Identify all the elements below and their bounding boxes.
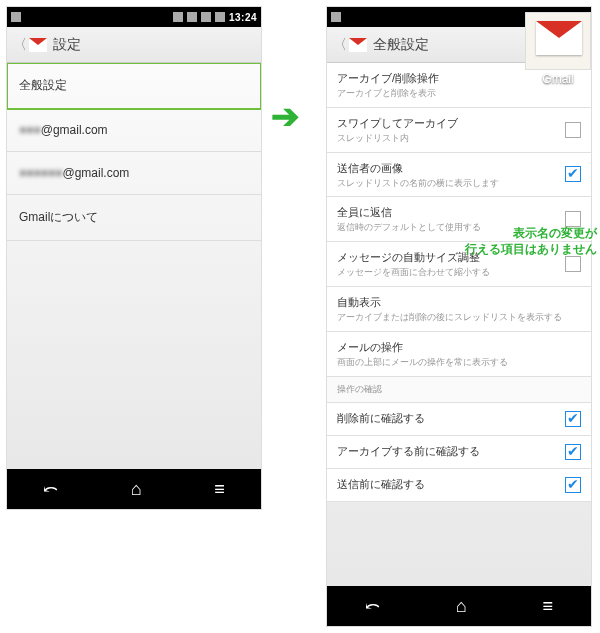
settings-item-account-1[interactable]: ■■■@gmail.com: [7, 109, 261, 152]
checkbox[interactable]: [565, 477, 581, 493]
row-title: スワイプしてアーカイブ: [337, 116, 557, 131]
gmail-icon: [29, 38, 47, 52]
row-sub: メッセージを画面に合わせて縮小する: [337, 267, 557, 278]
row-confirm-delete[interactable]: 削除前に確認する: [327, 403, 591, 436]
navbar-right: ⤺ ⌂ ≡: [327, 586, 591, 626]
gmail-envelope-icon: [525, 12, 591, 70]
settings-item-general[interactable]: 全般設定: [7, 63, 261, 109]
row-sub: 画面の上部にメールの操作を常に表示する: [337, 357, 581, 368]
checkbox[interactable]: [565, 444, 581, 460]
app-label: Gmail: [522, 72, 594, 86]
recent-icon[interactable]: ≡: [543, 596, 554, 617]
signal-icon: [173, 12, 183, 22]
checkbox[interactable]: [565, 256, 581, 272]
actionbar-left[interactable]: 〈 設定: [7, 27, 261, 63]
back-chevron-icon[interactable]: 〈: [333, 36, 347, 54]
row-sub: スレッドリストの名前の横に表示します: [337, 178, 557, 189]
row-title: 送信者の画像: [337, 161, 557, 176]
item-label: @gmail.com: [63, 166, 130, 180]
checkbox[interactable]: [565, 411, 581, 427]
actionbar-title: 全般設定: [373, 36, 429, 54]
wifi-icon: [201, 12, 211, 22]
gallery-icon: [11, 12, 21, 22]
statusbar-left: 13:24: [7, 7, 261, 27]
clock: 13:24: [229, 12, 257, 23]
gmail-app-icon[interactable]: Gmail: [522, 12, 594, 86]
row-title: 全員に返信: [337, 205, 557, 220]
back-chevron-icon[interactable]: 〈: [13, 36, 27, 54]
general-settings-list: アーカイブ/削除操作アーカイブと削除を表示 スワイプしてアーカイブスレッドリスト…: [327, 63, 591, 586]
phone-left: 13:24 〈 設定 全般設定 ■■■@gmail.com ■■■■■■@gma…: [6, 6, 262, 510]
battery-icon: [215, 12, 225, 22]
row-auto-advance[interactable]: 自動表示アーカイブまたは削除の後にスレッドリストを表示する: [327, 287, 591, 332]
checkbox[interactable]: [565, 166, 581, 182]
row-sub: スレッドリスト内: [337, 133, 557, 144]
row-title: アーカイブする前に確認する: [337, 444, 557, 459]
home-icon[interactable]: ⌂: [131, 479, 142, 500]
recent-icon[interactable]: ≡: [214, 479, 225, 500]
annotation-line1: 表示名の変更が: [513, 226, 597, 240]
settings-list-left: 全般設定 ■■■@gmail.com ■■■■■■@gmail.com Gmai…: [7, 63, 261, 469]
settings-item-about[interactable]: Gmailについて: [7, 195, 261, 241]
arrow-icon: ➔: [271, 96, 299, 136]
row-title: メールの操作: [337, 340, 581, 355]
row-swipe-archive[interactable]: スワイプしてアーカイブスレッドリスト内: [327, 108, 591, 153]
checkbox[interactable]: [565, 211, 581, 227]
row-sender-image[interactable]: 送信者の画像スレッドリストの名前の横に表示します: [327, 153, 591, 198]
navbar-left: ⤺ ⌂ ≡: [7, 469, 261, 509]
annotation-text: 表示名の変更が 行える項目はありません: [465, 226, 597, 257]
blurred-prefix: ■■■: [19, 123, 41, 137]
row-title: 送信前に確認する: [337, 477, 557, 492]
blurred-prefix: ■■■■■■: [19, 166, 63, 180]
settings-item-account-2[interactable]: ■■■■■■@gmail.com: [7, 152, 261, 195]
back-icon[interactable]: ⤺: [43, 478, 58, 500]
gallery-icon: [331, 12, 341, 22]
row-sub: アーカイブと削除を表示: [337, 88, 581, 99]
section-confirm: 操作の確認: [327, 377, 591, 403]
row-sub: アーカイブまたは削除の後にスレッドリストを表示する: [337, 312, 581, 323]
row-confirm-archive[interactable]: アーカイブする前に確認する: [327, 436, 591, 469]
row-confirm-send[interactable]: 送信前に確認する: [327, 469, 591, 502]
row-mail-actions[interactable]: メールの操作画面の上部にメールの操作を常に表示する: [327, 332, 591, 377]
item-label: 全般設定: [19, 78, 67, 92]
row-title: 削除前に確認する: [337, 411, 557, 426]
gmail-icon: [349, 38, 367, 52]
item-label: @gmail.com: [41, 123, 108, 137]
annotation-line2: 行える項目はありません: [465, 242, 597, 256]
actionbar-title: 設定: [53, 36, 81, 54]
item-label: Gmailについて: [19, 210, 98, 224]
row-title: 自動表示: [337, 295, 581, 310]
phone-right: 〈 全般設定 アーカイブ/削除操作アーカイブと削除を表示 スワイプしてアーカイブ…: [326, 6, 592, 627]
back-icon[interactable]: ⤺: [365, 595, 380, 617]
checkbox[interactable]: [565, 122, 581, 138]
bluetooth-icon: [187, 12, 197, 22]
home-icon[interactable]: ⌂: [456, 596, 467, 617]
